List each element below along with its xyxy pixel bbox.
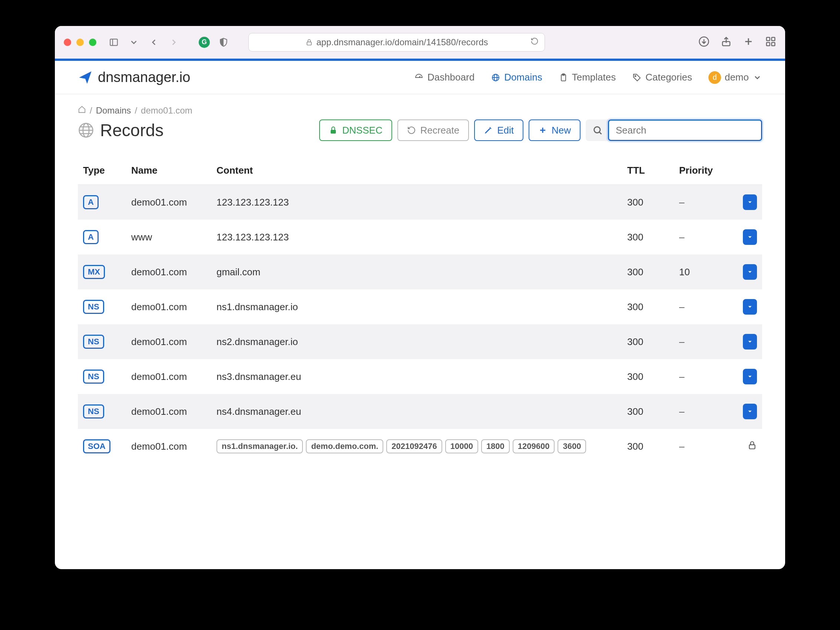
button-label: DNSSEC — [342, 125, 382, 136]
col-content: Content — [216, 165, 627, 176]
col-priority: Priority — [679, 165, 731, 176]
table-row: NSdemo01.comns4.dnsmanager.eu300– — [78, 394, 762, 429]
record-type-badge: A — [83, 230, 99, 244]
record-content: ns4.dnsmanager.eu — [216, 406, 627, 417]
record-content: ns3.dnsmanager.eu — [216, 371, 627, 383]
page-actions: DNSSEC Recreate Edit New — [319, 119, 762, 141]
svg-rect-9 — [772, 37, 775, 40]
chevron-down-icon[interactable] — [128, 36, 140, 49]
row-actions-button[interactable] — [743, 264, 757, 280]
avatar: d — [708, 71, 721, 84]
browser-chrome: G app.dnsmanager.io/domain/141580/record… — [55, 26, 785, 59]
share-icon[interactable] — [721, 36, 732, 49]
table-header: Type Name Content TTL Priority — [78, 160, 762, 185]
record-ttl: 300 — [627, 336, 679, 348]
back-button[interactable] — [148, 36, 160, 49]
nav-items: Dashboard Domains Templates Categories d… — [414, 71, 762, 84]
row-actions-button[interactable] — [743, 229, 757, 245]
nav-user-menu[interactable]: d demo — [708, 71, 762, 84]
breadcrumb: / Domains / demo01.com — [78, 105, 762, 116]
table-row: NSdemo01.comns2.dnsmanager.io300– — [78, 324, 762, 359]
forward-button[interactable] — [167, 36, 180, 49]
row-actions-button[interactable] — [743, 369, 757, 385]
record-ttl: 300 — [627, 266, 679, 278]
soa-segment: 1209600 — [513, 439, 555, 453]
sidebar-toggle-icon[interactable] — [107, 36, 120, 49]
app-nav: dnsmanager.io Dashboard Domains Template… — [55, 61, 785, 94]
row-actions-button[interactable] — [743, 299, 757, 315]
button-label: Edit — [497, 125, 514, 136]
soa-segment: 2021092476 — [386, 439, 442, 453]
user-name: demo — [725, 71, 749, 83]
nav-categories[interactable]: Categories — [632, 71, 692, 83]
new-tab-icon[interactable] — [743, 36, 754, 49]
tabs-overview-icon[interactable] — [765, 36, 776, 49]
record-priority: – — [679, 441, 731, 452]
page-header: Records DNSSEC Recreate Edit New — [78, 119, 762, 141]
downloads-icon[interactable] — [698, 36, 709, 49]
soa-segment: 10000 — [445, 439, 478, 453]
refresh-icon — [407, 126, 416, 135]
close-window-button[interactable] — [64, 39, 71, 46]
nav-domains[interactable]: Domains — [491, 71, 542, 83]
page-content: / Domains / demo01.com Records DNSSEC Re… — [55, 94, 785, 475]
record-type-badge: NS — [83, 404, 104, 418]
grammarly-icon[interactable]: G — [199, 37, 210, 48]
record-name: www — [131, 231, 216, 243]
table-row: SOAdemo01.comns1.dnsmanager.io.demo.demo… — [78, 429, 762, 464]
paper-plane-icon — [78, 70, 93, 85]
records-table: Type Name Content TTL Priority Ademo01.c… — [78, 160, 762, 464]
record-type-badge: NS — [83, 335, 104, 349]
record-type-badge: SOA — [83, 439, 111, 453]
search-input[interactable] — [608, 119, 762, 141]
privacy-shield-icon[interactable] — [217, 36, 230, 49]
maximize-window-button[interactable] — [89, 39, 96, 46]
brand-name: dnsmanager.io — [98, 70, 190, 85]
record-priority: – — [679, 406, 731, 417]
record-content: 123.123.123.123 — [216, 197, 627, 208]
reload-icon[interactable] — [531, 37, 538, 47]
tag-icon — [632, 73, 642, 82]
record-priority: 10 — [679, 266, 731, 278]
svg-rect-8 — [767, 37, 770, 40]
svg-point-25 — [594, 127, 600, 133]
row-actions-button[interactable] — [743, 195, 757, 210]
nav-templates[interactable]: Templates — [559, 71, 616, 83]
edit-button[interactable]: Edit — [474, 119, 523, 141]
record-priority: – — [679, 301, 731, 313]
table-row: Ademo01.com123.123.123.123300– — [78, 185, 762, 220]
breadcrumb-domains[interactable]: Domains — [96, 105, 131, 116]
record-priority: – — [679, 197, 731, 208]
record-type-badge: NS — [83, 370, 104, 384]
record-ttl: 300 — [627, 197, 679, 208]
col-ttl: TTL — [627, 165, 679, 176]
row-actions-button[interactable] — [743, 334, 757, 350]
plus-icon — [538, 126, 547, 135]
lock-icon — [747, 440, 757, 453]
row-actions-button[interactable] — [743, 404, 757, 419]
nav-dashboard[interactable]: Dashboard — [414, 71, 474, 83]
search-icon[interactable] — [587, 119, 608, 141]
pencil-icon — [484, 126, 493, 135]
record-content: gmail.com — [216, 266, 627, 278]
minimize-window-button[interactable] — [76, 39, 84, 46]
new-button[interactable]: New — [529, 119, 581, 141]
button-label: Recreate — [420, 125, 459, 136]
page-title-text: Records — [100, 120, 163, 140]
recreate-button[interactable]: Recreate — [397, 119, 469, 141]
url-text: app.dnsmanager.io/domain/141580/records — [317, 37, 488, 47]
svg-rect-0 — [110, 39, 117, 45]
search-wrap — [586, 119, 762, 141]
lock-icon — [305, 39, 313, 46]
dnssec-button[interactable]: DNSSEC — [319, 119, 392, 141]
nav-label: Dashboard — [428, 71, 474, 83]
soa-segment: 1800 — [481, 439, 510, 453]
record-name: demo01.com — [131, 336, 216, 348]
url-bar[interactable]: app.dnsmanager.io/domain/141580/records — [248, 33, 545, 52]
record-content: 123.123.123.123 — [216, 231, 627, 243]
brand-logo[interactable]: dnsmanager.io — [78, 70, 190, 85]
record-content: ns1.dnsmanager.io.demo.demo.com.20210924… — [216, 439, 627, 453]
home-icon[interactable] — [78, 105, 86, 116]
button-label: New — [552, 125, 571, 136]
record-name: demo01.com — [131, 266, 216, 278]
